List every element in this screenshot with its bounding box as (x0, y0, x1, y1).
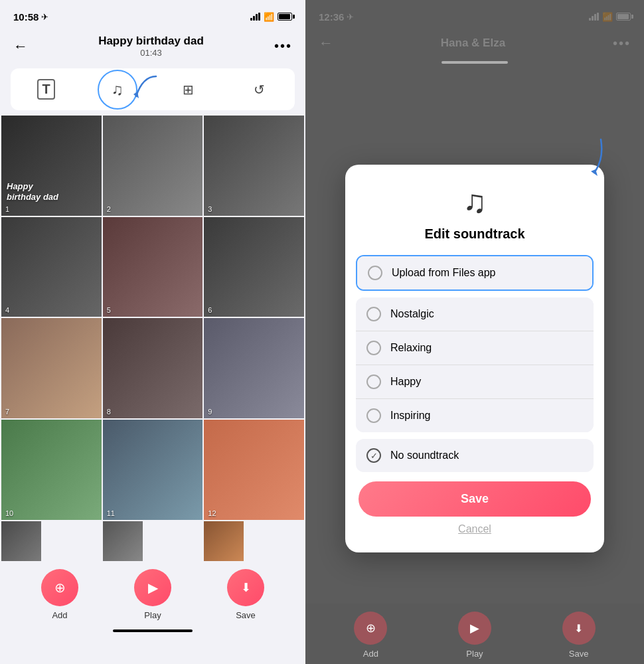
toolbar-photos[interactable]: ⊞ (153, 75, 224, 104)
add-label-left: Add (52, 610, 67, 620)
photo-cell-5[interactable]: 5 (103, 217, 203, 317)
no-soundtrack-group: No soundtrack (356, 439, 594, 472)
nav-bar-left: ← Happy birthday dad 01:43 ••• (0, 29, 305, 63)
relaxing-radio (366, 341, 381, 355)
no-soundtrack-option[interactable]: No soundtrack (356, 439, 594, 472)
photo-cell-11[interactable]: 11 (103, 420, 203, 520)
upload-option[interactable]: Upload from Files app (357, 256, 592, 290)
upload-option-group: Upload from Files app (356, 255, 594, 291)
happy-radio (366, 374, 381, 389)
modal-backdrop: ♫ Edit soundtrack Upload from Files app … (305, 0, 644, 664)
play-button-left[interactable]: ▶ Play (134, 569, 171, 620)
status-bar-left: 10:58 ✈ 📶 (0, 0, 305, 29)
left-phone: 10:58 ✈ 📶 ← Happy birthday dad 01:43 •••… (0, 0, 305, 664)
toolbar-music[interactable]: ♫ (82, 75, 153, 104)
no-soundtrack-label: No soundtrack (390, 450, 459, 461)
nav-title-left: Happy birthday dad 01:43 (98, 35, 204, 58)
photo-cell-15[interactable] (204, 521, 244, 561)
relaxing-option[interactable]: Relaxing (356, 331, 594, 365)
toolbar-timer[interactable]: ↺ (224, 75, 295, 104)
cancel-button-right[interactable]: Cancel (345, 523, 604, 539)
bottom-bar-left: ⊕ Add ▶ Play ⬇ Save (0, 561, 305, 625)
photos-icon: ⊞ (183, 82, 194, 98)
more-button-left[interactable]: ••• (274, 39, 292, 54)
inspiring-option[interactable]: Inspiring (356, 398, 594, 432)
music-icon: ♫ (112, 80, 123, 99)
location-icon-left: ✈ (41, 12, 48, 22)
photo-cell-7[interactable]: 7 (1, 318, 102, 418)
photo-grid: Happybirthday dad 1 2 3 4 5 6 7 8 9 10 (0, 116, 305, 561)
photo-cell-4[interactable]: 4 (1, 217, 102, 317)
music-options-group: Nostalgic Relaxing Happy Inspiring (356, 297, 594, 432)
text-icon: T (37, 79, 54, 100)
nostalgic-radio (366, 307, 381, 321)
nostalgic-label: Nostalgic (390, 308, 434, 320)
photo-cell-1[interactable]: Happybirthday dad 1 (1, 116, 102, 216)
status-icons-left: 📶 (250, 12, 292, 22)
home-indicator-left (113, 629, 193, 632)
modal-icon-area: ♫ (345, 183, 604, 220)
save-button-right-bar: ⬇ Save (562, 612, 596, 659)
battery-icon-left (278, 13, 292, 21)
save-button-right[interactable]: Save (359, 481, 591, 517)
timer-icon: ↺ (254, 82, 265, 98)
modal-title: Edit soundtrack (345, 226, 604, 242)
add-label-right: Add (363, 649, 378, 659)
save-label-left: Save (236, 610, 256, 620)
upload-radio (368, 266, 382, 280)
photo-cell-9[interactable]: 9 (204, 318, 304, 418)
upload-label: Upload from Files app (392, 267, 496, 279)
play-label-left: Play (144, 610, 161, 620)
add-button-left[interactable]: ⊕ Add (41, 569, 78, 620)
modal-music-icon: ♫ (463, 184, 487, 219)
home-indicator-right (442, 61, 508, 64)
save-label-right-bar: Save (569, 649, 589, 659)
photo-cell-10[interactable]: 10 (1, 420, 102, 520)
bottom-bar-right: ⊕ Add ▶ Play ⬇ Save (305, 604, 644, 664)
wifi-icon-left: 📶 (264, 12, 274, 22)
photo-cell-8[interactable]: 8 (103, 318, 203, 418)
photo-cell-12[interactable]: 12 (204, 420, 304, 520)
photo-cell-14[interactable] (103, 521, 143, 561)
inspiring-label: Inspiring (390, 410, 430, 422)
happy-option[interactable]: Happy (356, 365, 594, 398)
add-button-right: ⊕ Add (354, 612, 387, 659)
nostalgic-option[interactable]: Nostalgic (356, 297, 594, 331)
birthday-text: Happybirthday dad (7, 181, 58, 202)
back-button-left[interactable]: ← (13, 38, 28, 55)
play-label-right: Play (466, 649, 483, 659)
photo-cell-2[interactable]: 2 (103, 116, 203, 216)
right-phone: 12:36 ✈ 📶 ← Hana & Elza ••• ♫ Edit sound… (305, 0, 644, 664)
save-button-left[interactable]: ⬇ Save (227, 569, 264, 620)
relaxing-label: Relaxing (390, 342, 432, 354)
toolbar-text[interactable]: T (11, 75, 82, 104)
photo-cell-6[interactable]: 6 (204, 217, 304, 317)
happy-label: Happy (390, 376, 421, 388)
time-left: 10:58 (13, 11, 39, 23)
photo-cell-3[interactable]: 3 (204, 116, 304, 216)
signal-bars-left (250, 13, 260, 21)
play-button-right: ▶ Play (458, 612, 491, 659)
no-soundtrack-radio (366, 448, 381, 463)
inspiring-radio (366, 408, 381, 423)
toolbar-left: T ♫ ⊞ ↺ (11, 68, 295, 110)
modal-card: ♫ Edit soundtrack Upload from Files app … (345, 165, 604, 552)
photo-cell-13[interactable] (1, 521, 41, 561)
